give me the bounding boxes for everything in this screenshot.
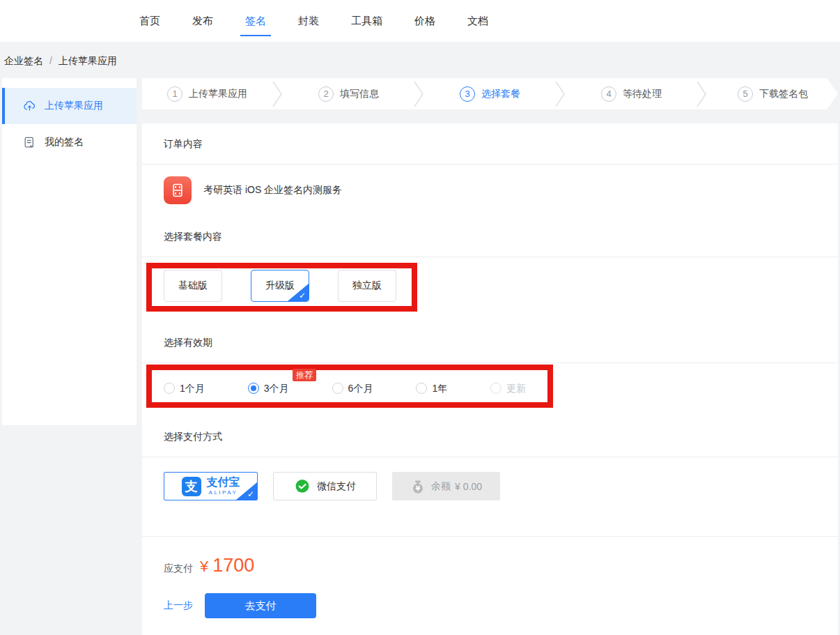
alipay-logo-icon: 支 xyxy=(182,477,201,496)
payment-section-title: 选择支付方式 xyxy=(142,416,838,457)
radio-6-months[interactable]: 6个月 xyxy=(332,381,373,395)
chevron-right-icon xyxy=(272,79,283,109)
step-wizard: 1 上传苹果应用 2 填写信息 3 选择套餐 xyxy=(142,78,838,109)
package-option-label: 基础版 xyxy=(178,280,208,292)
sidebar-item-my-signatures[interactable]: 我的签名 xyxy=(2,124,137,160)
top-navigation: 首页 发布 签名 封装 工具箱 价格 文档 xyxy=(0,0,840,42)
chevron-right-icon xyxy=(697,79,708,109)
nav-item-package[interactable]: 封装 xyxy=(298,15,319,28)
step-label: 等待处理 xyxy=(623,88,662,100)
wechat-pay-button[interactable]: 微信支付 xyxy=(273,472,377,500)
prev-step-link[interactable]: 上一步 xyxy=(164,599,193,612)
alipay-button[interactable]: 支 支付宝 ALIPAY ✓ xyxy=(164,472,258,500)
wizard-step-4: 4 等待处理 xyxy=(566,86,697,102)
radio-icon xyxy=(164,383,175,394)
radio-icon xyxy=(332,383,343,394)
sidebar-item-label: 上传苹果应用 xyxy=(45,100,103,112)
nav-item-home[interactable]: 首页 xyxy=(139,15,160,28)
page: 首页 发布 签名 封装 工具箱 价格 文档 企业签名/上传苹果应用 上传苹果应用 xyxy=(0,0,840,635)
radio-renew: 更新 xyxy=(490,381,526,395)
validity-section-title: 选择有效期 xyxy=(142,322,838,363)
radio-1-month[interactable]: 1个月 xyxy=(164,381,205,395)
step-number: 4 xyxy=(601,86,616,102)
order-app-row: 考研英语 iOS 企业签名内测服务 xyxy=(142,165,838,216)
step-label: 填写信息 xyxy=(340,88,379,100)
sidebar-item-label: 我的签名 xyxy=(45,136,84,148)
pay-button[interactable]: 去支付 xyxy=(205,593,316,618)
alipay-label: 支付宝 xyxy=(207,477,240,488)
step-number: 2 xyxy=(318,86,334,102)
radio-icon xyxy=(490,383,501,394)
order-card: 订单内容 考研英语 iOS 企业签名内测服务 选 xyxy=(142,123,838,635)
breadcrumb: 企业签名/上传苹果应用 xyxy=(0,42,840,78)
wizard-step-5: 5 下载签名包 xyxy=(708,86,838,102)
wizard-step-3: 3 选择套餐 xyxy=(425,86,555,102)
package-option-label: 升级版 xyxy=(265,280,295,292)
package-option-basic[interactable]: 基础版 xyxy=(164,270,222,302)
radio-label: 1个月 xyxy=(180,381,205,395)
nav-item-toolbox[interactable]: 工具箱 xyxy=(351,15,382,28)
wizard-step-2: 2 填写信息 xyxy=(283,86,414,102)
price-amount: 1700 xyxy=(212,555,254,576)
order-section-title: 订单内容 xyxy=(142,123,838,165)
nav-item-publish[interactable]: 发布 xyxy=(192,15,213,28)
package-option-label: 独立版 xyxy=(352,280,382,292)
alipay-sublabel: ALIPAY xyxy=(209,490,238,496)
package-option-standalone[interactable]: 独立版 xyxy=(338,270,396,302)
chevron-right-icon xyxy=(414,79,425,109)
radio-icon xyxy=(416,383,427,394)
svg-text:¥: ¥ xyxy=(416,484,421,491)
breadcrumb-current: 上传苹果应用 xyxy=(59,55,117,66)
radio-label: 更新 xyxy=(506,381,526,395)
step-number: 3 xyxy=(460,86,475,102)
nav-item-docs[interactable]: 文档 xyxy=(467,15,488,28)
radio-1-year[interactable]: 1年 xyxy=(416,381,447,395)
validity-options-row: 推荐 1个月 3个月 6个月 xyxy=(142,363,838,416)
radio-3-months[interactable]: 3个月 xyxy=(248,381,289,395)
sidebar-item-upload-app[interactable]: 上传苹果应用 xyxy=(2,88,137,124)
app-icon xyxy=(164,176,192,204)
breadcrumb-separator: / xyxy=(49,55,52,66)
nav-item-signature[interactable]: 签名 xyxy=(245,15,266,28)
radio-icon xyxy=(248,383,259,394)
money-bag-icon: ¥ xyxy=(410,479,426,494)
payment-methods-row: 支 支付宝 ALIPAY ✓ xyxy=(142,457,838,537)
checkout-section: 应支付 ¥ 1700 上一步 去支付 xyxy=(142,537,838,635)
package-options-row: 基础版 升级版 ✓ 独立版 xyxy=(142,257,838,322)
wizard-step-1: 1 上传苹果应用 xyxy=(142,86,272,102)
wechat-pay-label: 微信支付 xyxy=(317,480,356,493)
radio-label: 1年 xyxy=(432,381,447,395)
step-number: 1 xyxy=(167,86,182,102)
nav-item-pricing[interactable]: 价格 xyxy=(414,15,435,28)
signature-doc-icon xyxy=(23,136,36,149)
radio-label: 3个月 xyxy=(264,381,289,395)
app-name: 考研英语 iOS 企业签名内测服务 xyxy=(203,184,342,197)
step-label: 下载签名包 xyxy=(759,88,808,100)
sidebar: 上传苹果应用 我的签名 xyxy=(2,78,137,425)
recommend-badge: 推荐 xyxy=(293,369,316,381)
price-currency: ¥ xyxy=(200,558,208,576)
balance-amount: ¥ 0.00 xyxy=(455,481,482,492)
wechat-icon xyxy=(294,478,311,495)
cloud-upload-icon xyxy=(23,100,36,113)
radio-label: 6个月 xyxy=(348,381,373,395)
step-number: 5 xyxy=(738,86,753,102)
package-option-upgrade[interactable]: 升级版 ✓ xyxy=(251,270,309,302)
step-label: 选择套餐 xyxy=(481,88,520,100)
check-icon: ✓ xyxy=(299,291,306,300)
breadcrumb-parent[interactable]: 企业签名 xyxy=(4,55,43,66)
payable-label: 应支付 xyxy=(164,563,193,575)
balance-button: ¥ 余额 ¥ 0.00 xyxy=(392,472,500,500)
balance-label: 余额 xyxy=(431,480,451,493)
check-icon: ✓ xyxy=(247,490,254,498)
chevron-right-icon xyxy=(555,79,566,109)
step-label: 上传苹果应用 xyxy=(189,88,247,100)
package-section-title: 选择套餐内容 xyxy=(142,216,838,257)
